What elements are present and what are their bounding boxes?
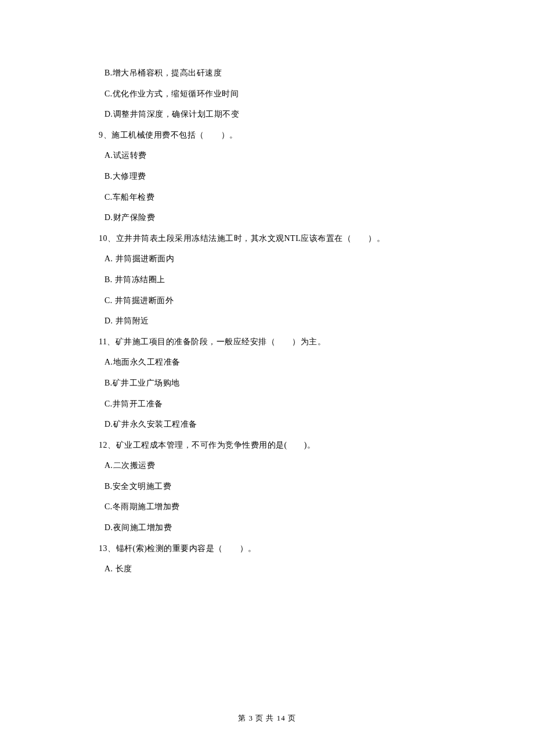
option-line: D.调整井筒深度，确保计划工期不变 [99, 109, 452, 120]
option-line: D. 井筒附近 [99, 315, 452, 327]
option-line: A.二次搬运费 [99, 460, 452, 471]
question-line: 11、矿井施工项目的准备阶段，一般应经安排（ ）为主。 [99, 336, 452, 348]
option-line: B.安全文明施工费 [99, 481, 452, 492]
option-line: D.财产保险费 [99, 212, 452, 224]
question-line: 10、立井井筒表土段采用冻结法施工时，其水文观NTL应该布置在（ ）。 [99, 233, 452, 244]
option-line: A. 井筒掘进断面内 [99, 253, 452, 265]
option-line: C.优化作业方式，缩短循环作业时间 [99, 88, 452, 100]
option-line: C.井筒开工准备 [99, 398, 452, 410]
option-line: A. 长度 [99, 563, 452, 575]
document-page: B.增大吊桶容积，提高出矸速度C.优化作业方式，缩短循环作业时间D.调整井筒深度… [0, 0, 534, 756]
question-line: 9、施工机械使用费不包括（ ）。 [99, 129, 452, 141]
option-line: D.夜间施工增加费 [99, 522, 452, 534]
question-line: 13、锚杆(索)检测的重要内容是（ ）。 [99, 543, 452, 555]
option-line: A.地面永久工程准备 [99, 357, 452, 368]
option-line: D.矿井永久安装工程准备 [99, 419, 452, 430]
content: B.增大吊桶容积，提高出矸速度C.优化作业方式，缩短循环作业时间D.调整井筒深度… [99, 67, 452, 575]
page-footer: 第 3 页 共 14 页 [0, 713, 534, 723]
option-line: B.大修理费 [99, 171, 452, 182]
option-line: C.车船年检费 [99, 192, 452, 203]
option-line: B.矿井工业广场购地 [99, 377, 452, 389]
option-line: C. 井筒掘进断面外 [99, 295, 452, 307]
question-line: 12、矿业工程成本管理，不可作为竞争性费用的是( )。 [99, 440, 452, 451]
option-line: B.增大吊桶容积，提高出矸速度 [99, 67, 452, 79]
option-line: C.冬雨期施工增加费 [99, 501, 452, 513]
option-line: A.试运转费 [99, 150, 452, 161]
option-line: B. 井筒冻结圈上 [99, 274, 452, 286]
